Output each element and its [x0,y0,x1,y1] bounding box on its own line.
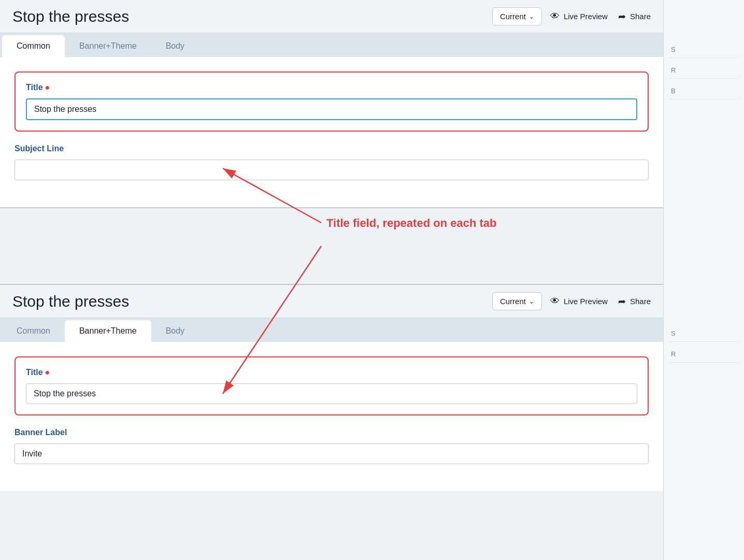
live-preview-label-top: Live Preview [564,12,608,21]
tab-body-label-bottom: Body [166,326,184,335]
sidebar-item-s2: S [669,325,739,342]
dropdown-label-bottom: Current [500,297,526,306]
title-field-label-bottom: Title ● [26,368,637,377]
share-label-bottom: Share [630,297,651,306]
tab-banner-label-top: Banner+Theme [79,41,137,50]
chevron-down-icon-top: ⌄ [529,13,534,20]
subject-input-top[interactable] [15,160,649,180]
tab-banner-label-bottom: Banner+Theme [79,326,137,335]
tab-common-label-bottom: Common [17,326,50,335]
live-preview-label-bottom: Live Preview [564,297,608,306]
panel-top-header: Stop the presses Current ⌄ 👁 Live Previe… [0,0,663,33]
sidebar-item-b: B [669,83,739,99]
right-sidebar-bottom: S R [663,284,744,560]
panel-top-content: Title ● Subject Line [0,57,663,207]
tab-banner-top[interactable]: Banner+Theme [65,35,151,57]
dropdown-label-top: Current [500,12,526,21]
subject-label-top: Subject Line [15,144,649,153]
live-preview-button-bottom[interactable]: 👁 Live Preview [550,296,608,307]
sidebar-item-r2: R [669,346,739,363]
tabs-bottom: Common Banner+Theme Body [0,318,663,342]
page-title-bottom: Stop the presses [12,293,484,310]
required-star-top: ● [45,83,50,92]
tab-common-label-top: Common [17,41,50,50]
panel-bottom-content: Title ● Banner Label [0,342,663,491]
page-title-top: Stop the presses [12,8,484,25]
panel-bottom-header: Stop the presses Current ⌄ 👁 Live Previe… [0,284,663,318]
share-button-top[interactable]: ➦ Share [618,11,651,22]
right-sidebar-top: S R B [663,0,744,284]
eye-icon-top: 👁 [550,11,560,22]
tab-body-bottom[interactable]: Body [151,320,199,342]
title-section-bottom: Title ● [15,356,649,415]
title-field-label-top: Title ● [26,83,637,92]
current-dropdown-bottom[interactable]: Current ⌄ [492,292,542,310]
tab-common-top[interactable]: Common [2,35,65,57]
tab-banner-bottom[interactable]: Banner+Theme [65,320,151,342]
live-preview-button-top[interactable]: 👁 Live Preview [550,11,608,22]
share-icon-bottom: ➦ [618,296,626,307]
share-icon-top: ➦ [618,11,626,22]
title-section-top: Title ● [15,71,649,132]
required-star-bottom: ● [45,368,50,377]
chevron-down-icon-bottom: ⌄ [529,298,534,305]
panel-top: Stop the presses Current ⌄ 👁 Live Previe… [0,0,663,208]
banner-label-section: Banner Label [15,428,649,464]
banner-label-label: Banner Label [15,428,649,437]
tab-body-top[interactable]: Body [151,35,199,57]
sidebar-item-s: S [669,41,739,58]
subject-section-top: Subject Line [15,144,649,180]
tab-common-bottom[interactable]: Common [2,320,65,342]
current-dropdown-top[interactable]: Current ⌄ [492,7,542,25]
panel-bottom: Stop the presses Current ⌄ 👁 Live Previe… [0,284,663,491]
banner-label-input[interactable] [15,443,649,464]
title-input-top[interactable] [26,98,637,120]
tabs-top: Common Banner+Theme Body [0,33,663,57]
tab-body-label-top: Body [166,41,184,50]
share-label-top: Share [630,12,651,21]
header-actions-bottom: 👁 Live Preview ➦ Share [550,296,651,307]
share-button-bottom[interactable]: ➦ Share [618,296,651,307]
eye-icon-bottom: 👁 [550,296,560,307]
title-input-bottom[interactable] [26,383,637,404]
annotation-label: Title field, repeated on each tab [326,217,496,230]
header-actions-top: 👁 Live Preview ➦ Share [550,11,651,22]
sidebar-item-r: R [669,62,739,79]
